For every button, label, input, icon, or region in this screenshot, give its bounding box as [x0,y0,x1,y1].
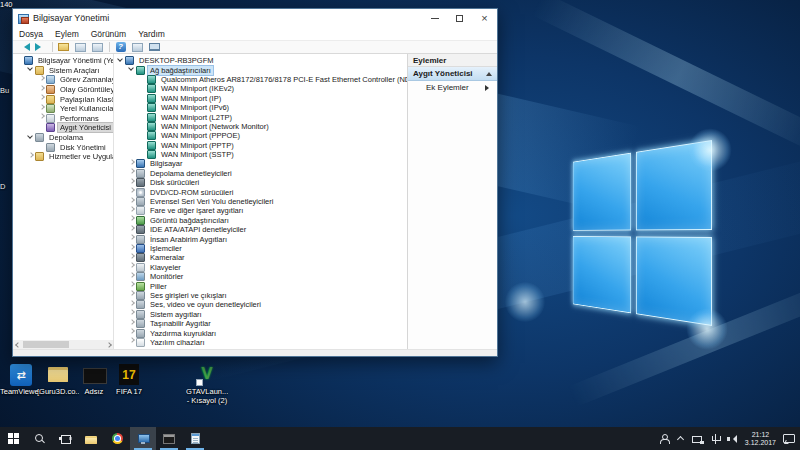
device-list-pane: DESKTOP-RB3PGFM Ağ bağdaştırıcıları Qual… [114,54,407,349]
desktop-icon[interactable]: 17 FIFA 17 [108,364,150,397]
tree-item[interactable]: Ses, video ve oyun denetleyicileri [114,300,407,309]
tree-item[interactable]: WAN Miniport (IPv6) [114,103,407,112]
menu-item-label: Dosya [19,29,43,39]
tree-item[interactable]: İnsan Arabirim Aygıtları [114,234,407,243]
tree-item[interactable]: Görüntü bağdaştırıcıları [114,216,407,225]
console-tree-pane: Bilgisayar Yönetimi (Yerel Sistem Araçla… [13,54,114,349]
toolbar-icon [149,43,160,51]
tree-item[interactable]: Kameralar [114,253,407,262]
tree-item[interactable]: Disk sürücüleri [114,178,407,187]
tree-item[interactable]: DESKTOP-RB3PGFM [114,56,407,65]
tree-item[interactable]: Sistem aygıtları [114,310,407,319]
tray-icon[interactable] [676,434,685,443]
tree-item[interactable]: Aygıt Yöneticisi [13,123,113,133]
menu-item[interactable]: Yardım [132,27,171,40]
actions-pane: Eylemler Aygıt Yöneticisi Ek Eylemler [407,54,497,349]
tree-item[interactable]: Fare ve diğer işaret aygıtları [114,206,407,215]
tree-item[interactable]: WAN Miniport (PPTP) [114,141,407,150]
action-center-icon[interactable] [783,434,794,444]
taskbar-clock[interactable]: 21:12 3.12.2017 [745,431,776,447]
tree-item[interactable]: Piller [114,281,407,290]
toolbar-button[interactable]: ? [113,41,128,53]
toolbar-button[interactable] [107,41,111,53]
scroll-left-arrow[interactable] [13,340,22,349]
actions-group-device-manager[interactable]: Aygıt Yöneticisi [408,67,497,81]
tree-item-label: Görev Zamanlayıcı [58,75,114,84]
desktop-icon[interactable]: ⇄ TeamViewe... [0,364,42,397]
tree-item[interactable]: Ağ bağdaştırıcıları [114,65,407,74]
toolbar-button[interactable] [130,41,145,53]
toolbar-button[interactable] [73,41,88,53]
close-button[interactable]: × [472,9,497,27]
tree-item[interactable]: Disk Yönetimi [13,142,113,152]
tree-item[interactable]: DVD/CD-ROM sürücüleri [114,187,407,196]
tree-item[interactable]: Qualcomm Atheros AR8172/8176/8178 PCI-E … [114,75,407,84]
tree-item[interactable]: Sistem Araçları [13,66,113,76]
tree-item[interactable]: Monitörler [114,272,407,281]
tree-item[interactable]: Yazdırma kuyrukları [114,328,407,337]
tree-item[interactable]: WAN Miniport (L2TP) [114,112,407,121]
minimize-button[interactable] [422,9,447,27]
gtav-icon: V [195,364,219,386]
menu-item[interactable]: Eylem [49,27,85,40]
taskbar-app[interactable] [26,427,52,450]
time: 21:12 [745,431,776,439]
taskbar-app[interactable] [130,427,156,450]
toolbar-button[interactable] [90,41,105,53]
desktop-icon[interactable]: V GTAVLaun... - Kısayol (2) [186,364,228,405]
tree-item[interactable]: Yazılım cihazları [114,338,407,347]
horizontal-scrollbar[interactable] [13,340,113,349]
collapse-caret-icon[interactable] [486,69,492,76]
tree-item[interactable]: Bilgisayar Yönetimi (Yerel [13,56,113,66]
computer-management-window: Bilgisayar Yönetimi × DosyaEylemGörünümY… [12,8,498,357]
actions-item-label: Ek Eylemler [426,83,485,92]
tray-icon[interactable] [659,434,669,444]
tree-item[interactable]: WAN Miniport (SSTP) [114,150,407,159]
toolbar-button[interactable] [147,41,162,53]
tree-item[interactable]: Taşınabilir Aygıtlar [114,319,407,328]
actions-item-more-actions[interactable]: Ek Eylemler [408,81,497,94]
toolbar-button[interactable] [50,41,54,53]
menu-item[interactable]: Görünüm [85,27,132,40]
tree-item[interactable]: Performans [13,114,113,124]
start-icon [8,433,19,444]
tree-item[interactable]: Bilgisayar [114,159,407,168]
taskbar-app[interactable] [104,427,130,450]
toolbar-button[interactable] [33,41,48,53]
tree-item[interactable]: WAN Miniport (Network Monitor) [114,122,407,131]
tray-icon[interactable] [692,434,704,444]
tree-item[interactable]: Depolama [13,133,113,143]
tree-item[interactable]: Ses girişleri ve çıkışları [114,291,407,300]
menu-bar: DosyaEylemGörünümYardım [13,27,497,40]
tree-item[interactable]: Olay Görüntüleyicisi [13,85,113,95]
tree-item[interactable]: İşlemciler [114,244,407,253]
tray-icon[interactable] [727,434,738,444]
taskbar-app[interactable] [52,427,78,450]
tree-item[interactable]: WAN Miniport (IP) [114,94,407,103]
taskbar-app[interactable] [156,427,182,450]
tree-item[interactable]: Yerel Kullanıcılar ve Gru [13,104,113,114]
tree-item[interactable]: Depolama denetleyicileri [114,169,407,178]
tree-item[interactable]: WAN Miniport (PPPOE) [114,131,407,140]
tree-item-label: Taşınabilir Aygıtlar [148,319,213,328]
menu-item[interactable]: Dosya [13,27,49,40]
tree-item[interactable]: Paylaşılan Klasörler [13,94,113,104]
tree-item[interactable]: Evrensel Seri Veri Yolu denetleyicileri [114,197,407,206]
tree-item[interactable]: IDE ATA/ATAPI denetleyiciler [114,225,407,234]
toolbar-button[interactable] [16,41,31,53]
tray-icon[interactable] [711,434,720,444]
tree-item[interactable]: Görev Zamanlayıcı [13,75,113,85]
toolbar-button[interactable] [56,41,71,53]
title-bar[interactable]: Bilgisayar Yönetimi × [13,9,497,27]
tree-item[interactable]: Klavyeler [114,263,407,272]
taskbar-app[interactable] [182,427,208,450]
scroll-right-arrow[interactable] [104,340,113,349]
taskbar-app[interactable] [78,427,104,450]
tree-item-label: Monitörler [148,272,185,281]
scrollbar-thumb[interactable] [23,341,69,348]
taskbar-app[interactable] [0,427,26,450]
console-tree: Bilgisayar Yönetimi (Yerel Sistem Araçla… [13,54,113,162]
maximize-button[interactable] [447,9,472,27]
tree-item[interactable]: Hizmetler ve Uygulamalar [13,152,113,162]
tree-item[interactable]: WAN Miniport (IKEv2) [114,84,407,93]
